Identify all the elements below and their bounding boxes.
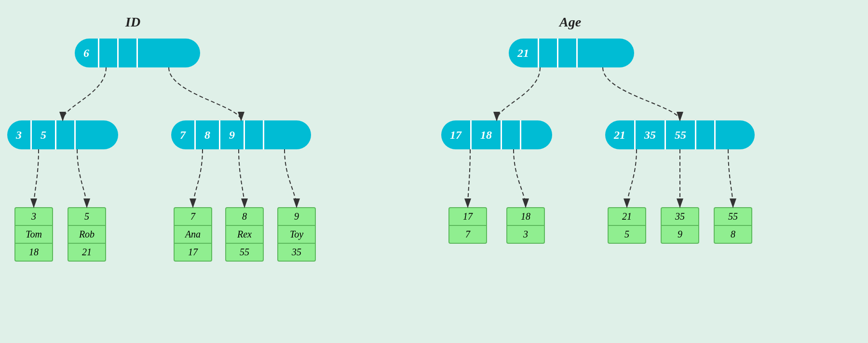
right-leaf-1-id: 7 [449, 226, 486, 243]
left-leaf-3-name: Ana [175, 226, 211, 244]
right-leaf-3-id: 5 [609, 226, 645, 243]
left-l2-left-cell-1: 3 [7, 120, 32, 149]
right-leaf-5: 55 8 [714, 207, 752, 244]
right-leaf-4-age: 35 [662, 208, 698, 226]
left-leaf-5: 9 Toy 35 [277, 207, 316, 262]
left-leaf-2-age: 21 [68, 244, 105, 261]
left-leaf-1-name: Tom [15, 226, 52, 244]
right-l2-left-cell-2: 18 [472, 120, 502, 149]
left-l2-left-spacer-1 [56, 120, 76, 149]
right-level2-right-node: 21 35 55 [605, 120, 755, 149]
right-root-node: 21 [509, 39, 634, 67]
left-l2-right-spacer-1 [245, 120, 264, 149]
right-root-spacer-3 [578, 39, 597, 67]
left-leaf-1-id: 3 [15, 208, 52, 226]
right-level2-left-node: 17 18 [441, 120, 552, 149]
left-level2-right-node: 7 8 9 [171, 120, 311, 149]
left-leaf-4-id: 8 [226, 208, 263, 226]
left-leaf-3-age: 17 [175, 244, 211, 261]
left-arrows [0, 0, 434, 343]
left-leaf-5-id: 9 [278, 208, 315, 226]
left-tree: ID 6 3 5 7 8 9 3 Tom 18 [0, 0, 434, 343]
left-leaf-4-name: Rex [226, 226, 263, 244]
left-leaf-4-age: 55 [226, 244, 263, 261]
left-leaf-1: 3 Tom 18 [14, 207, 53, 262]
left-root-spacer-1 [99, 39, 119, 67]
right-l2-right-cell-1: 21 [605, 120, 636, 149]
left-leaf-2: 5 Rob 21 [68, 207, 106, 262]
left-leaf-2-id: 5 [68, 208, 105, 226]
right-leaf-1-age: 17 [449, 208, 486, 226]
left-level2-left-node: 3 5 [7, 120, 118, 149]
left-leaf-5-age: 35 [278, 244, 315, 261]
right-leaf-1: 17 7 [448, 207, 487, 244]
right-l2-left-spacer-1 [502, 120, 521, 149]
left-title: ID [125, 14, 140, 30]
right-leaf-3-age: 21 [609, 208, 645, 226]
right-leaf-5-id: 8 [715, 226, 751, 243]
right-title: Age [559, 14, 581, 30]
right-leaf-4-id: 9 [662, 226, 698, 243]
diagram-container: ID 6 3 5 7 8 9 3 Tom 18 [0, 0, 868, 343]
right-l2-left-cell-1: 17 [441, 120, 472, 149]
right-leaf-5-age: 55 [715, 208, 751, 226]
right-tree: Age 21 17 18 21 35 55 17 7 [434, 0, 868, 343]
left-leaf-3-id: 7 [175, 208, 211, 226]
left-root-cell-1: 6 [75, 39, 99, 67]
right-l2-right-cell-3: 55 [666, 120, 696, 149]
right-l2-left-spacer-2 [521, 120, 541, 149]
right-root-spacer-1 [539, 39, 558, 67]
right-leaf-3: 21 5 [608, 207, 646, 244]
left-root-node: 6 [75, 39, 200, 67]
right-root-cell-1: 21 [509, 39, 539, 67]
right-leaf-4: 35 9 [661, 207, 699, 244]
right-leaf-2-id: 3 [507, 226, 544, 243]
left-l2-right-cell-3: 9 [220, 120, 245, 149]
left-leaf-4: 8 Rex 55 [225, 207, 264, 262]
right-root-spacer-2 [558, 39, 578, 67]
left-leaf-2-name: Rob [68, 226, 105, 244]
left-l2-right-cell-2: 8 [196, 120, 220, 149]
left-leaf-5-name: Toy [278, 226, 315, 244]
right-leaf-2: 18 3 [506, 207, 545, 244]
right-leaf-2-age: 18 [507, 208, 544, 226]
left-root-spacer-3 [138, 39, 157, 67]
left-l2-left-cell-2: 5 [32, 120, 56, 149]
right-l2-right-spacer-2 [716, 120, 735, 149]
right-l2-right-spacer-1 [696, 120, 716, 149]
left-l2-right-cell-1: 7 [171, 120, 196, 149]
left-l2-right-spacer-2 [264, 120, 284, 149]
left-root-spacer-2 [119, 39, 138, 67]
left-leaf-3: 7 Ana 17 [174, 207, 212, 262]
left-leaf-1-age: 18 [15, 244, 52, 261]
right-arrows [434, 0, 868, 343]
right-l2-right-cell-2: 35 [636, 120, 666, 149]
left-l2-left-spacer-2 [76, 120, 95, 149]
